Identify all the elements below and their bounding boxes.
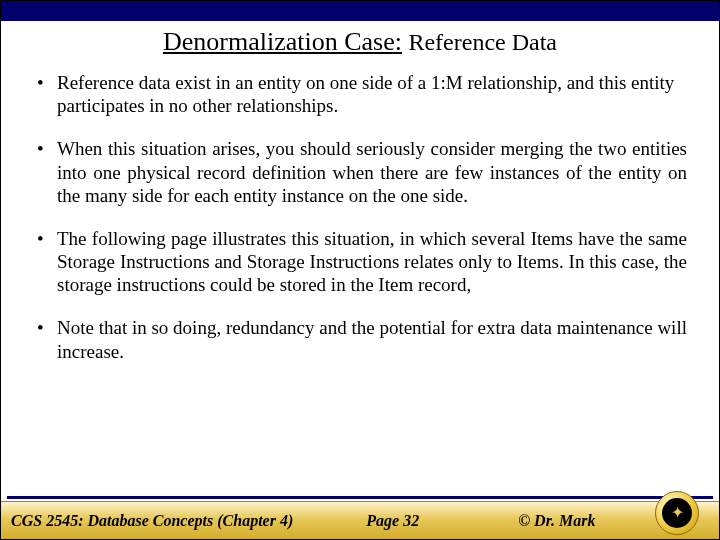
bullet-item: The following page illustrates this situ… — [33, 227, 687, 297]
footer-page: Page 32 — [297, 512, 488, 530]
title-sub: Reference Data — [408, 29, 557, 55]
bullet-item: When this situation arises, you should s… — [33, 137, 687, 207]
slide-title: Denormalization Case: Reference Data — [1, 27, 719, 57]
bullet-item: Note that in so doing, redundancy and th… — [33, 316, 687, 362]
title-main: Denormalization Case: — [163, 27, 402, 56]
slide-body: Reference data exist in an entity on one… — [1, 57, 719, 363]
footer-bar: CGS 2545: Database Concepts (Chapter 4) … — [1, 501, 719, 539]
top-accent-bar — [1, 1, 719, 21]
bullet-item: Reference data exist in an entity on one… — [33, 71, 687, 117]
footer: CGS 2545: Database Concepts (Chapter 4) … — [1, 496, 719, 539]
footer-course: CGS 2545: Database Concepts (Chapter 4) — [11, 512, 297, 530]
ucf-seal-icon: ✦ — [655, 491, 699, 535]
bullet-list: Reference data exist in an entity on one… — [33, 71, 687, 363]
slide: Denormalization Case: Reference Data Ref… — [0, 0, 720, 540]
footer-divider — [7, 496, 713, 499]
